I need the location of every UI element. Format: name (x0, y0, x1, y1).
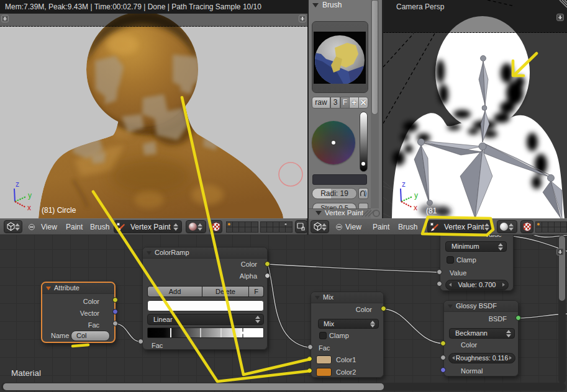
svg-text:x: x (27, 203, 31, 212)
svg-text:y: y (28, 191, 32, 200)
svg-text:z: z (16, 180, 19, 189)
svg-text:(81) Circle: (81) Circle (42, 206, 76, 215)
